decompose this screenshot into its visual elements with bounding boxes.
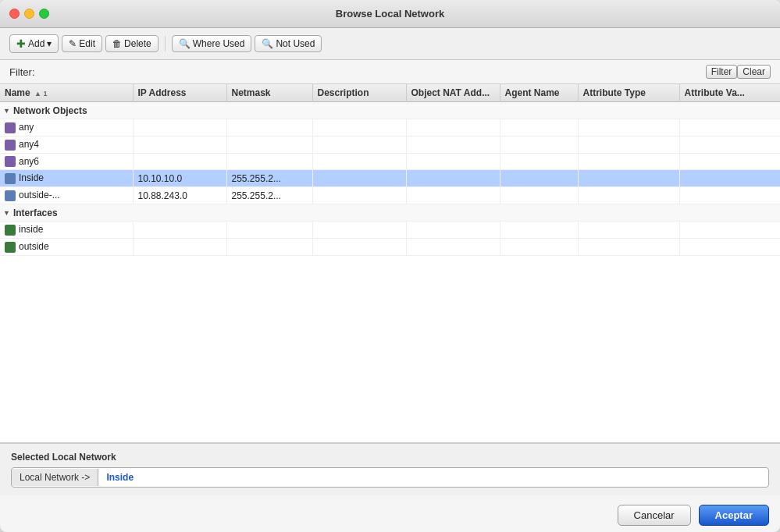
table-cell: outside bbox=[0, 238, 133, 255]
table-cell bbox=[406, 119, 500, 137]
accept-button[interactable]: Aceptar bbox=[699, 505, 769, 526]
table-row[interactable]: any4 bbox=[0, 136, 780, 153]
add-button[interactable]: ✚ Add ▾ bbox=[9, 34, 59, 53]
filter-label: Filter: bbox=[9, 66, 35, 78]
where-used-icon: 🔍 bbox=[179, 38, 191, 49]
table-cell: any6 bbox=[0, 153, 133, 170]
table-cell bbox=[578, 222, 679, 239]
window-title: Browse Local Network bbox=[336, 8, 444, 20]
table-cell: 255.255.2... bbox=[226, 187, 312, 204]
table-cell bbox=[133, 238, 226, 255]
where-used-button[interactable]: 🔍 Where Used bbox=[172, 35, 252, 52]
network-icon bbox=[5, 173, 16, 184]
network-table: Name ▲ 1 IP Address Netmask Description … bbox=[0, 84, 780, 256]
add-icon: ✚ bbox=[16, 37, 26, 50]
group-toggle-network-objects: ▼ Network Objects bbox=[3, 105, 87, 116]
table-cell bbox=[679, 187, 780, 204]
table-cell bbox=[578, 119, 679, 137]
not-used-icon: 🔍 bbox=[262, 38, 273, 49]
any-icon bbox=[5, 122, 16, 133]
table-cell: outside-... bbox=[0, 187, 133, 204]
chevron-icon: ▼ bbox=[3, 209, 10, 217]
network-icon bbox=[5, 190, 16, 201]
filter-bar: Filter: Filter Clear bbox=[0, 60, 780, 84]
table-cell bbox=[679, 170, 780, 187]
filter-button[interactable]: Filter bbox=[706, 65, 738, 79]
delete-button[interactable]: 🗑 Delete bbox=[105, 35, 158, 52]
table-container: Name ▲ 1 IP Address Netmask Description … bbox=[0, 84, 780, 443]
bottom-section: Selected Local Network Local Network -> … bbox=[0, 443, 780, 495]
table-cell bbox=[679, 153, 780, 170]
clear-button[interactable]: Clear bbox=[737, 65, 771, 79]
table-cell bbox=[312, 238, 406, 255]
maximize-button[interactable] bbox=[39, 9, 49, 19]
table-cell: any bbox=[0, 119, 133, 137]
group-header-network-objects[interactable]: ▼ Network Objects bbox=[0, 102, 780, 119]
delete-icon: 🗑 bbox=[112, 38, 122, 49]
table-cell bbox=[679, 238, 780, 255]
button-row: Cancelar Aceptar bbox=[0, 495, 780, 532]
table-cell bbox=[226, 153, 312, 170]
cell-name: inside bbox=[19, 224, 43, 235]
table-cell bbox=[312, 187, 406, 204]
table-cell bbox=[578, 136, 679, 153]
table-cell bbox=[312, 222, 406, 239]
any-icon bbox=[5, 140, 16, 151]
col-header-nat[interactable]: Object NAT Add... bbox=[406, 84, 500, 102]
interface-icon bbox=[5, 225, 16, 236]
table-header-row: Name ▲ 1 IP Address Netmask Description … bbox=[0, 84, 780, 102]
table-cell bbox=[500, 222, 578, 239]
col-header-netmask[interactable]: Netmask bbox=[226, 84, 312, 102]
col-header-attr-type[interactable]: Attribute Type bbox=[578, 84, 679, 102]
table-cell bbox=[578, 238, 679, 255]
table-cell bbox=[312, 170, 406, 187]
table-cell bbox=[226, 119, 312, 137]
col-header-ip[interactable]: IP Address bbox=[133, 84, 226, 102]
cell-name: any6 bbox=[19, 156, 39, 167]
table-cell: inside bbox=[0, 222, 133, 239]
table-cell: 10.10.10.0 bbox=[133, 170, 226, 187]
toolbar: ✚ Add ▾ ✎ Edit 🗑 Delete 🔍 Where Used 🔍 N… bbox=[0, 28, 780, 60]
cell-name: any bbox=[19, 122, 34, 133]
toolbar-separator bbox=[165, 36, 166, 51]
table-cell: any4 bbox=[0, 136, 133, 153]
col-header-description[interactable]: Description bbox=[312, 84, 406, 102]
table-row[interactable]: outside bbox=[0, 238, 780, 255]
table-cell: 10.88.243.0 bbox=[133, 187, 226, 204]
filter-input[interactable] bbox=[40, 63, 706, 80]
breadcrumb-bar: Local Network -> Inside bbox=[11, 467, 769, 488]
table-row[interactable]: Inside10.10.10.0255.255.2... bbox=[0, 170, 780, 187]
table-cell bbox=[578, 153, 679, 170]
table-row[interactable]: outside-...10.88.243.0255.255.2... bbox=[0, 187, 780, 204]
minimize-button[interactable] bbox=[24, 9, 34, 19]
table-cell bbox=[226, 238, 312, 255]
table-cell bbox=[406, 222, 500, 239]
table-cell bbox=[312, 119, 406, 137]
table-cell bbox=[312, 136, 406, 153]
sort-indicator: ▲ 1 bbox=[34, 90, 47, 98]
table-cell bbox=[133, 136, 226, 153]
col-header-name[interactable]: Name ▲ 1 bbox=[0, 84, 133, 102]
table-cell bbox=[406, 187, 500, 204]
close-button[interactable] bbox=[9, 9, 20, 19]
cancel-button[interactable]: Cancelar bbox=[618, 505, 691, 526]
table-row[interactable]: any6 bbox=[0, 153, 780, 170]
table-cell bbox=[500, 119, 578, 137]
table-cell bbox=[500, 136, 578, 153]
edit-button[interactable]: ✎ Edit bbox=[62, 35, 102, 52]
col-header-attr-val[interactable]: Attribute Va... bbox=[679, 84, 780, 102]
group-toggle-interfaces: ▼ Interfaces bbox=[3, 207, 58, 218]
group-header-interfaces[interactable]: ▼ Interfaces bbox=[0, 204, 780, 222]
not-used-button[interactable]: 🔍 Not Used bbox=[255, 35, 322, 52]
browse-local-network-window: Browse Local Network ✚ Add ▾ ✎ Edit 🗑 De… bbox=[0, 0, 780, 532]
cell-name: Inside bbox=[19, 172, 44, 183]
table-cell bbox=[406, 238, 500, 255]
table-body: ▼ Network Objects anyany4any6Inside10.10… bbox=[0, 102, 780, 256]
table-row[interactable]: inside bbox=[0, 222, 780, 239]
table-row[interactable]: any bbox=[0, 119, 780, 137]
table-cell bbox=[226, 136, 312, 153]
table-cell bbox=[226, 222, 312, 239]
add-label: Add bbox=[28, 38, 45, 49]
col-header-agent[interactable]: Agent Name bbox=[500, 84, 578, 102]
title-bar: Browse Local Network bbox=[0, 0, 780, 28]
